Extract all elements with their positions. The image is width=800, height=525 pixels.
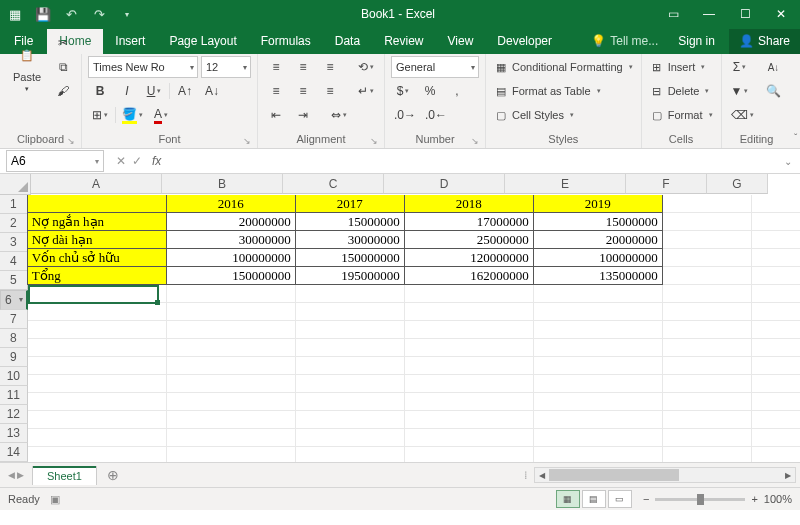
cell[interactable] <box>405 321 534 339</box>
cell[interactable] <box>534 303 663 321</box>
number-format-select[interactable]: General <box>391 56 479 78</box>
cell[interactable] <box>28 321 167 339</box>
cell[interactable]: 25000000 <box>404 230 534 249</box>
row-header[interactable]: 2 <box>0 214 28 233</box>
cell[interactable] <box>663 321 752 339</box>
cell[interactable]: 135000000 <box>533 266 663 285</box>
cell[interactable] <box>752 339 800 357</box>
normal-view-icon[interactable]: ▦ <box>556 490 580 508</box>
cell[interactable]: 30000000 <box>295 230 405 249</box>
cell[interactable] <box>752 285 800 303</box>
zoom-out-button[interactable]: − <box>643 493 649 505</box>
increase-indent-icon[interactable]: ⇥ <box>291 104 315 126</box>
cell[interactable] <box>28 429 167 447</box>
cell[interactable] <box>405 339 534 357</box>
row-header[interactable]: 10 <box>0 367 28 386</box>
align-left-icon[interactable]: ≡ <box>264 80 288 102</box>
cell[interactable]: 195000000 <box>295 266 405 285</box>
cell[interactable] <box>752 267 800 285</box>
merge-center-icon[interactable]: ⇔ <box>327 104 351 126</box>
align-top-icon[interactable]: ≡ <box>264 56 288 78</box>
cell[interactable] <box>405 285 534 303</box>
zoom-in-button[interactable]: + <box>751 493 757 505</box>
cell[interactable] <box>663 195 752 213</box>
macro-record-icon[interactable]: ▣ <box>50 493 60 506</box>
cell[interactable] <box>296 393 405 411</box>
cell[interactable] <box>405 447 534 462</box>
row-header[interactable]: 8 <box>0 329 28 348</box>
cell[interactable] <box>28 375 167 393</box>
sort-filter-icon[interactable]: A↓ <box>762 56 786 78</box>
dialog-launcher-icon[interactable]: ↘ <box>471 136 479 146</box>
undo-icon[interactable]: ↶ <box>60 3 82 25</box>
cell[interactable] <box>663 357 752 375</box>
tab-insert[interactable]: Insert <box>103 29 157 54</box>
cell[interactable] <box>534 357 663 375</box>
dialog-launcher-icon[interactable]: ↘ <box>67 136 75 146</box>
cell[interactable] <box>28 339 167 357</box>
cell[interactable] <box>28 411 167 429</box>
cell[interactable] <box>752 231 800 249</box>
shrink-font-button[interactable]: A↓ <box>200 80 224 102</box>
cell[interactable] <box>405 357 534 375</box>
cell[interactable] <box>167 429 296 447</box>
enter-formula-icon[interactable]: ✓ <box>132 154 142 168</box>
cancel-formula-icon[interactable]: ✕ <box>116 154 126 168</box>
cell[interactable] <box>663 267 752 285</box>
paste-button[interactable]: 📋Paste▾ <box>6 34 48 100</box>
align-bottom-icon[interactable]: ≡ <box>318 56 342 78</box>
find-select-icon[interactable]: 🔍 <box>762 80 786 102</box>
page-layout-view-icon[interactable]: ▤ <box>582 490 606 508</box>
cell[interactable] <box>167 285 296 303</box>
decrease-indent-icon[interactable]: ⇤ <box>264 104 288 126</box>
tab-page-layout[interactable]: Page Layout <box>157 29 248 54</box>
underline-button[interactable]: U <box>142 80 166 102</box>
cell[interactable] <box>296 411 405 429</box>
cell[interactable] <box>663 303 752 321</box>
cell[interactable] <box>405 393 534 411</box>
cell[interactable] <box>296 429 405 447</box>
row-header[interactable]: 12 <box>0 405 28 424</box>
cell[interactable]: 30000000 <box>166 230 296 249</box>
cell[interactable] <box>28 393 167 411</box>
cell[interactable] <box>752 321 800 339</box>
cell[interactable]: 2016 <box>166 195 296 213</box>
cell[interactable] <box>663 375 752 393</box>
cell[interactable] <box>663 429 752 447</box>
cell[interactable] <box>752 411 800 429</box>
cell[interactable]: 100000000 <box>533 248 663 267</box>
autosum-icon[interactable]: Σ <box>728 56 752 78</box>
row-header[interactable]: 7 <box>0 310 28 329</box>
wrap-text-icon[interactable]: ↵ <box>354 80 378 102</box>
ribbon-display-icon[interactable]: ▭ <box>658 3 688 25</box>
cell[interactable] <box>663 285 752 303</box>
dialog-launcher-icon[interactable]: ↘ <box>370 136 378 146</box>
formula-input[interactable] <box>167 151 776 171</box>
sheet-nav[interactable]: ◀▶ <box>0 470 32 480</box>
conditional-formatting-button[interactable]: ▦Conditional Formatting <box>492 57 635 77</box>
cell[interactable] <box>752 303 800 321</box>
column-header[interactable]: C <box>283 174 384 194</box>
fill-icon[interactable]: ▼ <box>728 80 752 102</box>
cell[interactable] <box>534 393 663 411</box>
cell[interactable] <box>663 339 752 357</box>
bold-button[interactable]: B <box>88 80 112 102</box>
increase-decimal-icon[interactable]: .0→ <box>391 104 419 126</box>
cell[interactable] <box>663 411 752 429</box>
maximize-icon[interactable]: ☐ <box>730 3 760 25</box>
decrease-decimal-icon[interactable]: .0← <box>422 104 450 126</box>
column-headers[interactable]: ABCDEFG <box>31 174 768 194</box>
row-header[interactable]: 9 <box>0 348 28 367</box>
format-painter-icon[interactable]: 🖌 <box>51 80 75 102</box>
cell[interactable] <box>296 375 405 393</box>
format-as-table-button[interactable]: ▤Format as Table <box>492 81 603 101</box>
font-name-select[interactable]: Times New Ro <box>88 56 198 78</box>
column-header[interactable]: B <box>162 174 283 194</box>
borders-button[interactable]: ⊞ <box>88 104 112 126</box>
column-header[interactable]: D <box>384 174 505 194</box>
column-header[interactable]: E <box>505 174 626 194</box>
cell[interactable] <box>405 429 534 447</box>
zoom-level[interactable]: 100% <box>764 493 792 505</box>
italic-button[interactable]: I <box>115 80 139 102</box>
horizontal-scrollbar[interactable]: ◀ ▶ <box>534 467 796 483</box>
